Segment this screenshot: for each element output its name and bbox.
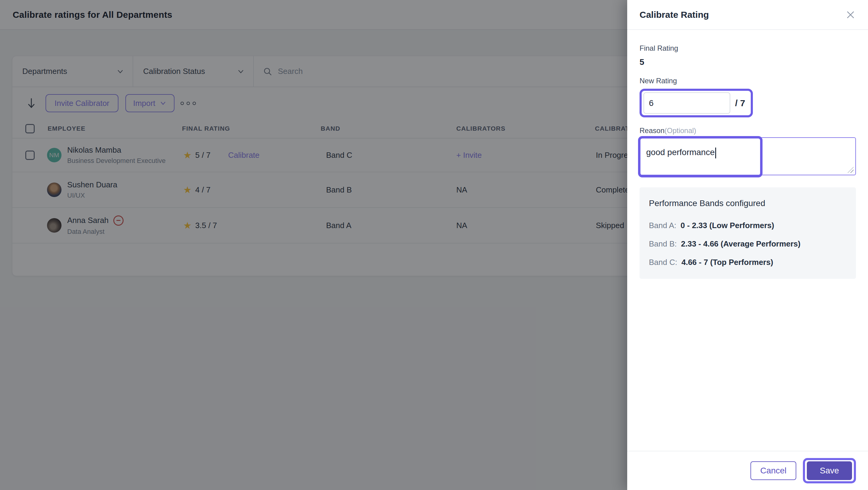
text-caret bbox=[715, 148, 716, 158]
save-button-highlight: Save bbox=[803, 458, 856, 483]
panel-header: Calibrate Rating bbox=[627, 0, 868, 30]
band-item: Band C: 4.66 - 7 (Top Performers) bbox=[649, 253, 850, 271]
panel-title: Calibrate Rating bbox=[640, 10, 709, 20]
band-item: Band B: 2.33 - 4.66 (Average Performers) bbox=[649, 235, 850, 253]
close-icon[interactable] bbox=[844, 9, 857, 21]
final-rating-label: Final Rating bbox=[640, 44, 856, 53]
band-label: Band C: bbox=[649, 258, 677, 267]
calibrate-rating-panel: Calibrate Rating Final Rating 5 New Rati… bbox=[627, 0, 868, 490]
reason-label: Reason(Optional) bbox=[640, 126, 856, 135]
performance-bands-title: Performance Bands configured bbox=[649, 199, 850, 208]
reason-optional-hint: (Optional) bbox=[664, 126, 696, 135]
save-button[interactable]: Save bbox=[807, 461, 852, 480]
performance-bands-card: Performance Bands configured Band A: 0 -… bbox=[640, 188, 856, 279]
band-item: Band A: 0 - 2.33 (Low Performers) bbox=[649, 217, 850, 235]
band-label: Band B: bbox=[649, 239, 677, 249]
band-range: 4.66 - 7 (Top Performers) bbox=[681, 258, 773, 267]
band-range: 0 - 2.33 (Low Performers) bbox=[681, 221, 774, 230]
new-rating-input[interactable] bbox=[644, 92, 730, 114]
reason-field-wrap: good performance bbox=[640, 137, 856, 175]
cancel-button[interactable]: Cancel bbox=[750, 461, 796, 480]
panel-body: Final Rating 5 New Rating / 7 Reason(Opt… bbox=[627, 30, 868, 451]
reason-textarea[interactable]: good performance bbox=[640, 137, 856, 175]
new-rating-field-highlight: / 7 bbox=[640, 89, 753, 117]
band-range: 2.33 - 4.66 (Average Performers) bbox=[681, 239, 801, 249]
new-rating-max: / 7 bbox=[735, 98, 745, 108]
resize-handle-icon[interactable] bbox=[847, 167, 854, 173]
band-label: Band A: bbox=[649, 221, 676, 230]
performance-bands-list: Band A: 0 - 2.33 (Low Performers) Band B… bbox=[649, 217, 850, 271]
final-rating-current-value: 5 bbox=[640, 57, 856, 67]
panel-footer: Cancel Save bbox=[627, 451, 868, 490]
new-rating-label: New Rating bbox=[640, 77, 856, 85]
